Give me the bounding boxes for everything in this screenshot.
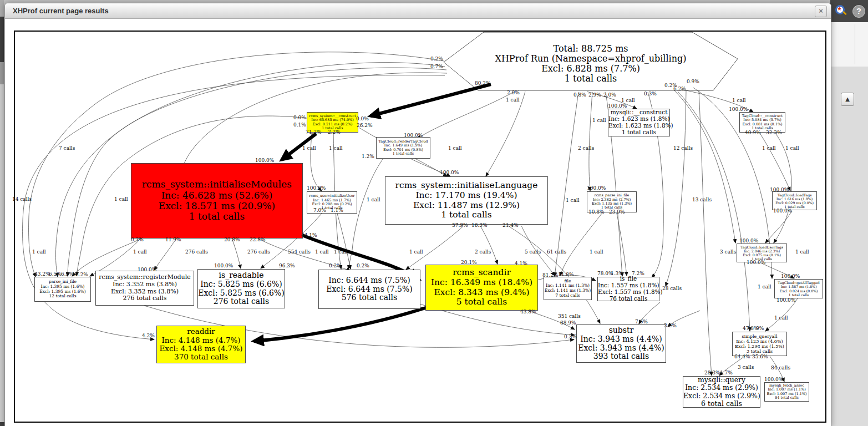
node-line: TagCloud::loadTags <box>773 193 816 197</box>
edge-label: 88.9% <box>560 321 576 326</box>
node-line: 576 total calls <box>319 293 420 302</box>
edge-label: 2.0% <box>507 90 520 95</box>
edge-label: 4.2% <box>142 333 155 338</box>
edge-label: 10.8% <box>588 210 605 215</box>
edge-label: 43.8% <box>520 310 536 315</box>
parse-ini-file-node: parse_ini_fileInc: 1.395 ms (1.6%)Excl: … <box>34 277 91 302</box>
node-line: 1 total calls <box>131 211 302 222</box>
search-magnifier-icon[interactable]: ★ <box>835 4 847 17</box>
edge-label: 57.9% <box>452 223 468 228</box>
scroll-up-button[interactable]: ▲ <box>841 93 854 106</box>
edge-label: 100.0% <box>587 186 606 191</box>
node-line: Inc: 17.170 ms (19.4%) <box>385 191 547 201</box>
edge-label: 26.2% <box>357 123 373 128</box>
node-line: 1 total calls <box>385 210 547 220</box>
edge-label: 1 call <box>774 316 788 321</box>
page-edge-strip <box>0 0 4 17</box>
close-icon[interactable]: × <box>815 6 827 17</box>
mysqli-query-node: mysqli::queryInc: 2.534 ms (2.9%)Excl: 2… <box>683 376 760 408</box>
node-line: Excl: 0.024 ms (0.0%) <box>775 289 823 293</box>
node-line: 393 total calls <box>577 352 666 361</box>
node-line: readdir <box>157 327 245 336</box>
edge-label: 1 call <box>566 198 580 203</box>
edge-label: 351 calls <box>558 314 581 319</box>
edge-label: 0.2% <box>329 263 342 268</box>
page-right-panel <box>830 22 868 67</box>
node-line: 12 total calls <box>35 294 90 299</box>
node-line: is_readable <box>198 271 285 280</box>
page-right-strip <box>830 67 868 426</box>
edge-label: 4.1% <box>515 261 527 266</box>
edge-label: 96.3% <box>279 263 295 268</box>
edge-label: 1 call <box>785 146 799 151</box>
edge-label: 23.9% <box>609 210 625 215</box>
dialog-titlebar[interactable]: XHProf current page results × <box>5 3 831 19</box>
node-line: Excl: 6.828 ms (7.7%) <box>452 64 729 74</box>
node-line: 3 total calls <box>733 349 786 354</box>
node-line: simple_queryall <box>733 334 786 339</box>
edge-label: 0.3% <box>644 92 657 97</box>
edge-label: 61 calls <box>547 250 566 255</box>
edge-label: 84 calls <box>771 366 790 371</box>
edge-label: 16.3% <box>471 223 488 228</box>
edge-label: 0.3% <box>131 237 144 242</box>
edge-label: 28 calls <box>662 286 682 291</box>
tagcloud-getalltagged-node: TagCloud::getAllTaggedInc: 1.587 ms (1.8… <box>774 279 823 298</box>
node-line: substr <box>577 326 666 335</box>
page-edge-strip-light <box>0 84 4 426</box>
edge-label: 80.2% <box>475 81 491 86</box>
dialog-title: XHProf current page results <box>13 3 109 18</box>
edge-label: 6.3% <box>61 272 74 277</box>
edge-label: 1 call <box>315 250 329 255</box>
node-line: Inc: 3.943 ms (4.4%) <box>577 335 666 344</box>
node-line: Excl: 2.534 ms (2.9%) <box>683 392 760 400</box>
magnifier-handle <box>842 11 847 16</box>
unnamed-node-node: Inc: 6.644 ms (7.5%)Excl: 6.644 ms (7.5%… <box>318 270 420 309</box>
is-readable-node: is_readableInc: 5.825 ms (6.6%)Excl: 5.8… <box>197 269 285 308</box>
node-line: Excl: 0.029 ms (0.0%) <box>773 201 816 205</box>
edge-label: 1 call <box>133 250 147 255</box>
node-line: Inc: 2.046 ms (2.3%) <box>737 249 786 253</box>
edge-label: 7 calls <box>59 146 75 151</box>
file-node: fileInc: 1.141 ms (1.3%)Excl: 1.141 ms (… <box>544 277 592 300</box>
edge-label: 20.8% <box>224 237 240 242</box>
edge-label: 0.9% <box>687 79 699 84</box>
tagcloud-rendertagcloud-node: TagCloud::renderTagCloudInc: 1.649 ms (1… <box>376 137 430 159</box>
edge-label: 100.0% <box>307 186 326 191</box>
edge-label: 1 call <box>329 146 343 151</box>
node-line: Excl: 1.298 ms (1.5%) <box>733 344 786 349</box>
node-line: Inc: 5.825 ms (6.6%) <box>198 280 285 289</box>
node-line: rcms_scandir <box>426 268 537 278</box>
node-line: 276 total calls <box>96 295 194 302</box>
edge-label: 11.9% <box>165 237 181 242</box>
edge-label: 1 call <box>592 118 606 123</box>
node-line: Inc: 3.352 ms (3.8%) <box>96 281 194 288</box>
node-line: 5 total calls <box>426 297 537 307</box>
edge-label: 1.1% <box>331 208 343 213</box>
edge-label: 0.0% <box>356 116 369 121</box>
node-line: Excl: 4.148 ms (4.7%) <box>157 344 245 353</box>
node-line: 370 total calls <box>157 353 245 361</box>
node-line: mysqli::query <box>683 376 760 384</box>
edge-label: 20.1% <box>461 260 477 265</box>
edge-label: 35.6% <box>752 354 768 359</box>
node-line: Excl: 6.644 ms (7.5%) <box>319 285 420 294</box>
edge-label: 9% <box>756 326 764 331</box>
is-file-node: is_fileInc: 1.557 ms (1.8%)Excl: 1.557 m… <box>597 277 659 301</box>
edge-label: 28.3% <box>704 371 720 376</box>
edge-label: 100.0% <box>747 260 765 265</box>
node-line: Excl: 11.487 ms (12.9%) <box>385 201 547 211</box>
edge-label: 554 calls <box>288 250 311 255</box>
edge-label: 11.8% <box>558 272 574 277</box>
node-line: 6 total calls <box>683 400 760 408</box>
node-line: Inc: 46.628 ms (52.6%) <box>131 190 302 201</box>
edge-label: 40.9% <box>745 130 761 135</box>
edge-label: 276 calls <box>185 250 208 255</box>
node-line: TagCloud::getAllTagged <box>775 281 823 285</box>
edge-label: 14 calls <box>12 197 32 202</box>
help-icon[interactable]: ? <box>852 5 865 18</box>
edge-label: 6.2% <box>673 87 686 92</box>
node-line: Excl: 5.825 ms (6.6%) <box>198 289 285 298</box>
mysqli-fetch-assoc-node: mysqli_fetch_assocInc: 1.007 ms (1.1%)Ex… <box>764 382 809 402</box>
node-line: rcms_system::initialiseModules <box>131 179 302 190</box>
